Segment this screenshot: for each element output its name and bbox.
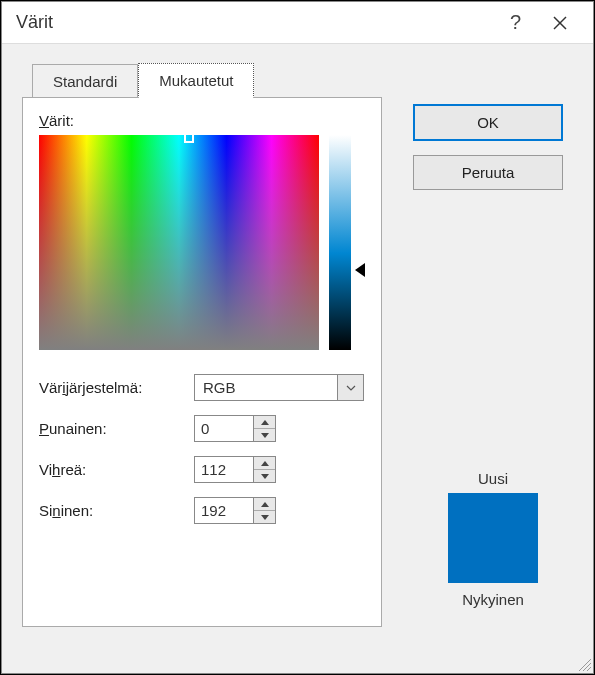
row-model: Värijärjestelmä: RGB <box>39 374 365 401</box>
row-blue: Sininen: <box>39 497 365 524</box>
svg-line-9 <box>583 663 591 671</box>
color-preview: Uusi Nykyinen <box>413 470 573 608</box>
label-blue: Sininen: <box>39 502 194 519</box>
label-red: Punainen: <box>39 420 194 437</box>
preview-label-current: Nykyinen <box>413 591 573 608</box>
green-spin-buttons <box>254 456 276 483</box>
red-spin-buttons <box>254 415 276 442</box>
blue-spinner <box>194 497 284 524</box>
green-spin-up[interactable] <box>254 457 275 470</box>
blue-input[interactable] <box>194 497 254 524</box>
model-dropdown-button[interactable] <box>338 374 364 401</box>
picker-area <box>39 135 365 350</box>
green-spinner <box>194 456 284 483</box>
tab-custom[interactable]: Mukautetut <box>138 63 254 98</box>
red-spin-down[interactable] <box>254 429 275 441</box>
colors-label: Värit: <box>39 112 365 129</box>
red-spin-up[interactable] <box>254 416 275 429</box>
blue-spin-buttons <box>254 497 276 524</box>
caret-up-icon <box>261 461 269 466</box>
red-spinner <box>194 415 284 442</box>
color-form: Värijärjestelmä: RGB Punainen: <box>39 374 365 524</box>
row-green: Vihreä: <box>39 456 365 483</box>
label-model: Värijärjestelmä: <box>39 379 194 396</box>
tab-standard[interactable]: Standardi <box>32 64 138 98</box>
dialog-title: Värit <box>16 12 494 33</box>
close-button[interactable] <box>537 8 583 38</box>
green-spin-down[interactable] <box>254 470 275 482</box>
row-red: Punainen: <box>39 415 365 442</box>
color-spectrum[interactable] <box>39 135 319 350</box>
cancel-button[interactable]: Peruuta <box>413 155 563 190</box>
caret-up-icon <box>261 420 269 425</box>
preview-label-new: Uusi <box>413 470 573 487</box>
svg-marker-7 <box>261 515 269 520</box>
svg-marker-5 <box>261 474 269 479</box>
svg-marker-6 <box>261 502 269 507</box>
svg-marker-4 <box>261 461 269 466</box>
svg-line-10 <box>587 667 591 671</box>
luminance-wrap <box>329 135 351 350</box>
caret-up-icon <box>261 502 269 507</box>
ok-button[interactable]: OK <box>413 104 563 141</box>
tab-strip: Standardi Mukautetut <box>32 62 573 97</box>
right-column: OK Peruuta Uusi Nykyinen <box>413 104 573 608</box>
tab-panel-custom: Värit: Värijärjestelmä: RGB <box>22 97 382 627</box>
titlebar: Värit ? <box>2 2 593 44</box>
blue-spin-up[interactable] <box>254 498 275 511</box>
label-green: Vihreä: <box>39 461 194 478</box>
color-dialog: Värit ? Standardi Mukautetut Värit: <box>1 1 594 674</box>
caret-down-icon <box>261 515 269 520</box>
luminance-arrow[interactable] <box>355 263 365 277</box>
green-input[interactable] <box>194 456 254 483</box>
resize-grip-icon <box>575 655 591 671</box>
dialog-body: Standardi Mukautetut Värit: Värijärjeste… <box>2 44 593 673</box>
chevron-down-icon <box>346 385 356 391</box>
caret-down-icon <box>261 474 269 479</box>
svg-marker-2 <box>261 420 269 425</box>
help-button[interactable]: ? <box>494 11 537 34</box>
luminance-bar[interactable] <box>329 135 351 350</box>
svg-marker-3 <box>261 433 269 438</box>
close-icon <box>552 15 568 31</box>
red-input[interactable] <box>194 415 254 442</box>
spectrum-crosshair <box>184 133 194 143</box>
blue-spin-down[interactable] <box>254 511 275 523</box>
resize-grip[interactable] <box>575 655 591 671</box>
swatch-new <box>448 493 538 583</box>
model-combo[interactable]: RGB <box>194 374 364 401</box>
model-value: RGB <box>194 374 338 401</box>
caret-down-icon <box>261 433 269 438</box>
